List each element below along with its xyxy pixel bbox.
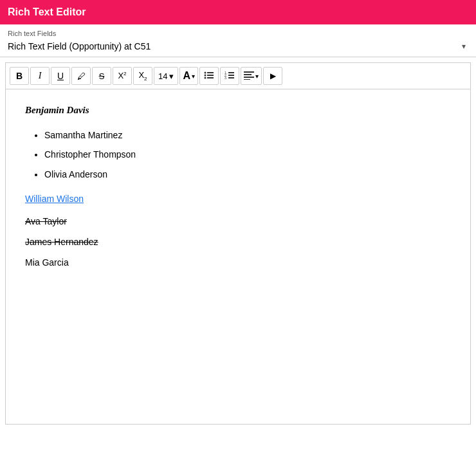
field-section-label: Rich text Fields [8, 30, 468, 37]
svg-rect-9 [228, 75, 234, 76]
align-icon [244, 71, 254, 82]
title-bar: Rich Text Editor [0, 0, 476, 24]
superscript-icon: X2 [118, 71, 126, 80]
strikethrough-icon: S [99, 71, 105, 81]
align-chevron: ▾ [255, 73, 259, 80]
subscript-button[interactable]: X2 [133, 67, 152, 85]
chevron-down-icon: ▾ [462, 42, 466, 51]
more-icon: ▶ [270, 71, 276, 80]
bullet-list: Samantha Martinez Christopher Thompson O… [44, 128, 451, 181]
font-size-button[interactable]: 14 ▾ [154, 67, 178, 85]
field-dropdown[interactable]: Rich Text Field (Opportunity) at C51 ▾ [8, 39, 468, 57]
underline-icon: U [57, 71, 64, 81]
svg-rect-7 [228, 72, 234, 73]
svg-point-0 [205, 71, 206, 73]
more-button[interactable]: ▶ [263, 67, 282, 85]
editor-container: B I U 🖊 S X2 X2 14 ▾ A ▾ [5, 62, 471, 425]
bold-button[interactable]: B [10, 67, 29, 85]
bullet-list-icon [204, 71, 214, 82]
strikethrough-item-1: Ava Taylor [25, 214, 451, 228]
svg-rect-11 [228, 77, 234, 78]
subscript-icon: X2 [138, 70, 147, 82]
strikethrough-item-2: James Hernandez [25, 235, 451, 249]
italic-bold-name: Benjamin Davis [25, 102, 451, 118]
editor-content[interactable]: Benjamin Davis Samantha Martinez Christo… [6, 89, 470, 424]
font-color-button[interactable]: A ▾ [179, 67, 198, 85]
svg-rect-13 [244, 74, 252, 75]
bullet-list-button[interactable] [199, 67, 219, 85]
strikethrough-button[interactable]: S [92, 67, 111, 85]
superscript-button[interactable]: X2 [113, 67, 132, 85]
toolbar: B I U 🖊 S X2 X2 14 ▾ A ▾ [6, 63, 470, 89]
field-dropdown-value: Rich Text Field (Opportunity) at C51 [8, 41, 151, 51]
numbered-list-icon: 1. 2. 3. [224, 71, 235, 82]
italic-button[interactable]: I [30, 67, 50, 85]
normal-name: Mia Garcia [25, 255, 451, 270]
chevron-down-icon: ▾ [192, 73, 195, 80]
link-name[interactable]: William Wilson [25, 192, 451, 206]
field-selector-area: Rich text Fields Rich Text Field (Opport… [0, 24, 476, 57]
numbered-list-button[interactable]: 1. 2. 3. [220, 67, 239, 85]
svg-point-2 [205, 74, 206, 76]
list-item: Samantha Martinez [44, 128, 451, 142]
svg-rect-14 [244, 77, 254, 78]
title-text: Rich Text Editor [8, 6, 86, 17]
bold-icon: B [16, 71, 23, 81]
underline-button[interactable]: U [51, 67, 70, 85]
italic-icon: I [39, 71, 42, 81]
highlight-button[interactable]: 🖊 [71, 67, 91, 85]
list-item: Olivia Anderson [44, 167, 451, 181]
font-size-value: 14 [158, 71, 167, 81]
svg-rect-3 [207, 75, 214, 76]
highlight-icon: 🖊 [77, 71, 86, 81]
font-size-chevron: ▾ [169, 71, 174, 81]
svg-text:3.: 3. [224, 76, 227, 80]
list-item: Christopher Thompson [44, 147, 451, 161]
svg-rect-5 [207, 77, 214, 78]
svg-rect-12 [244, 71, 254, 73]
svg-rect-15 [244, 79, 250, 80]
svg-point-4 [205, 77, 206, 78]
svg-rect-1 [207, 72, 214, 73]
align-button[interactable]: ▾ [241, 67, 262, 85]
font-color-label: A [183, 71, 190, 81]
